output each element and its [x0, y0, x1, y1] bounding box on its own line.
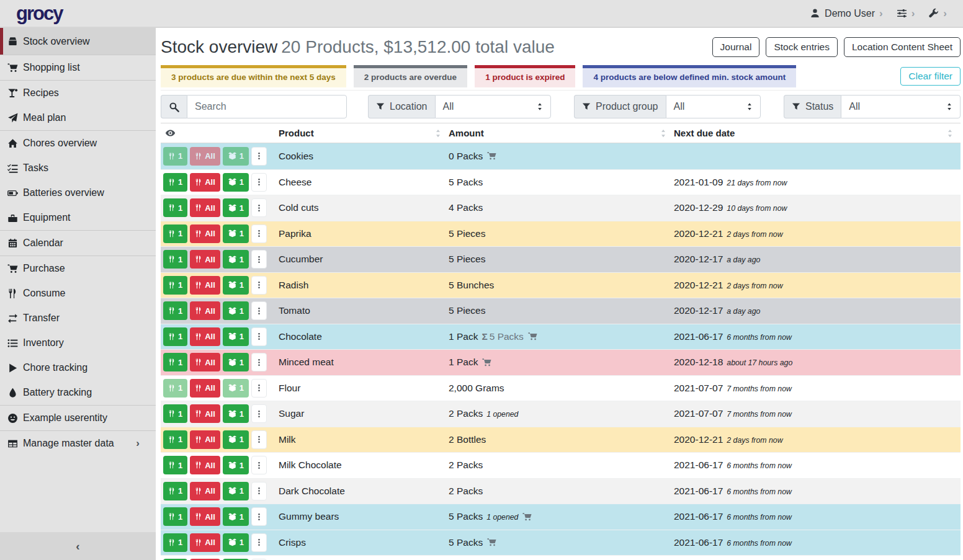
- open-one-button[interactable]: 1: [223, 173, 249, 192]
- row-menu-button[interactable]: [251, 173, 267, 192]
- column-header-due-date[interactable]: Next due date: [674, 123, 961, 143]
- sidebar-item-calendar[interactable]: Calendar: [0, 231, 156, 256]
- open-one-button[interactable]: 1: [223, 250, 249, 269]
- open-one-button[interactable]: 1: [223, 353, 249, 371]
- open-one-button[interactable]: 1: [223, 224, 249, 243]
- product-name[interactable]: Flour: [279, 375, 449, 401]
- consume-all-button[interactable]: All: [190, 301, 220, 320]
- product-name[interactable]: Cold cuts: [279, 195, 449, 221]
- consume-one-button[interactable]: 1: [163, 147, 187, 166]
- consume-all-button[interactable]: All: [190, 147, 220, 166]
- open-one-button[interactable]: 1: [223, 327, 249, 346]
- consume-all-button[interactable]: All: [190, 327, 220, 346]
- product-name[interactable]: Milk: [279, 427, 449, 453]
- row-menu-button[interactable]: [251, 276, 267, 295]
- row-menu-button[interactable]: [251, 198, 267, 217]
- consume-one-button[interactable]: 1: [163, 173, 187, 192]
- sidebar-item-chores-overview[interactable]: Chores overview: [0, 131, 156, 156]
- open-one-button[interactable]: 1: [223, 147, 249, 166]
- row-menu-button[interactable]: [251, 147, 267, 166]
- sidebar-item-shopping-list[interactable]: Shopping list: [0, 55, 156, 80]
- row-menu-button[interactable]: [251, 456, 267, 474]
- admin-menu[interactable]: ›: [928, 8, 947, 19]
- row-menu-button[interactable]: [251, 301, 267, 320]
- consume-one-button[interactable]: 1: [163, 404, 187, 423]
- sidebar-item-consume[interactable]: Consume: [0, 281, 156, 306]
- clear-filter-button[interactable]: Clear filter: [900, 67, 961, 86]
- consume-one-button[interactable]: 1: [163, 456, 187, 474]
- product-name[interactable]: Cookies: [279, 143, 449, 169]
- product-name[interactable]: Crisps: [279, 530, 449, 556]
- consume-one-button[interactable]: 1: [163, 224, 187, 243]
- search-input[interactable]: [187, 95, 347, 118]
- open-one-button[interactable]: 1: [223, 456, 249, 474]
- open-one-button[interactable]: 1: [223, 276, 249, 295]
- row-menu-button[interactable]: [251, 327, 267, 346]
- sidebar-item-recipes[interactable]: Recipes: [0, 81, 156, 105]
- consume-one-button[interactable]: 1: [163, 250, 187, 269]
- consume-one-button[interactable]: 1: [163, 276, 187, 295]
- product-name[interactable]: [279, 555, 449, 560]
- column-header-amount[interactable]: Amount: [449, 123, 674, 143]
- row-menu-button[interactable]: [251, 533, 267, 552]
- row-menu-button[interactable]: [251, 379, 267, 398]
- column-header-product[interactable]: Product: [279, 123, 449, 143]
- row-menu-button[interactable]: [251, 353, 267, 371]
- open-one-button[interactable]: 1: [223, 507, 249, 526]
- consume-all-button[interactable]: All: [190, 250, 220, 269]
- open-one-button[interactable]: 1: [223, 482, 249, 500]
- sidebar-item-example-userentity[interactable]: Example userentity: [0, 406, 156, 430]
- product-name[interactable]: Minced meat: [279, 349, 449, 375]
- column-visibility-header[interactable]: [161, 123, 279, 143]
- consume-all-button[interactable]: All: [190, 198, 220, 217]
- product-name[interactable]: Cucumber: [279, 246, 449, 272]
- consume-one-button[interactable]: 1: [163, 353, 187, 371]
- product-name[interactable]: Gummy bears: [279, 504, 449, 530]
- sidebar-item-equipment[interactable]: Equipment: [0, 205, 156, 230]
- sidebar-item-stock-overview[interactable]: Stock overview: [0, 28, 156, 55]
- consume-all-button[interactable]: All: [190, 276, 220, 295]
- user-menu[interactable]: Demo User ›: [810, 8, 883, 19]
- open-one-button[interactable]: 1: [223, 533, 249, 552]
- sidebar-item-battery-tracking[interactable]: Battery tracking: [0, 380, 156, 405]
- consume-one-button[interactable]: 1: [163, 430, 187, 449]
- consume-all-button[interactable]: All: [190, 533, 220, 552]
- open-one-button[interactable]: 1: [223, 301, 249, 320]
- journal-button[interactable]: Journal: [712, 37, 760, 57]
- sidebar-item-tasks[interactable]: Tasks: [0, 156, 156, 180]
- consume-all-button[interactable]: All: [190, 173, 220, 192]
- row-menu-button[interactable]: [251, 482, 267, 500]
- consume-one-button[interactable]: 1: [163, 379, 187, 398]
- sidebar-item-meal-plan[interactable]: Meal plan: [0, 105, 156, 130]
- status-filter-duesoon[interactable]: 3 products are due within the next 5 day…: [161, 65, 346, 87]
- location-content-sheet-button[interactable]: Location Content Sheet: [844, 37, 961, 57]
- consume-all-button[interactable]: All: [190, 507, 220, 526]
- location-filter-select[interactable]: All: [435, 95, 552, 118]
- sidebar-item-purchase[interactable]: Purchase: [0, 256, 156, 281]
- consume-all-button[interactable]: All: [190, 353, 220, 371]
- consume-one-button[interactable]: 1: [163, 533, 187, 552]
- open-one-button[interactable]: 1: [223, 198, 249, 217]
- consume-all-button[interactable]: All: [190, 379, 220, 398]
- consume-one-button[interactable]: 1: [163, 198, 187, 217]
- product-name[interactable]: Milk Chocolate: [279, 452, 449, 478]
- consume-all-button[interactable]: All: [190, 404, 220, 423]
- product-name[interactable]: Cheese: [279, 169, 449, 195]
- stock-entries-button[interactable]: Stock entries: [766, 37, 838, 57]
- status-filter-select[interactable]: All: [841, 95, 961, 118]
- consume-one-button[interactable]: 1: [163, 482, 187, 500]
- sidebar-collapse-button[interactable]: ‹: [0, 532, 156, 560]
- row-menu-button[interactable]: [251, 250, 267, 269]
- consume-all-button[interactable]: All: [190, 482, 220, 500]
- sidebar-item-inventory[interactable]: Inventory: [0, 331, 156, 355]
- sidebar-item-manage-master-data[interactable]: Manage master data›: [0, 431, 156, 456]
- row-menu-button[interactable]: [251, 224, 267, 243]
- status-filter-expired[interactable]: 1 product is expired: [475, 65, 575, 87]
- settings-menu[interactable]: ›: [897, 8, 915, 19]
- open-one-button[interactable]: 1: [223, 404, 249, 423]
- product-name[interactable]: Chocolate: [279, 324, 449, 350]
- product-group-filter-select[interactable]: All: [666, 95, 761, 118]
- consume-all-button[interactable]: All: [190, 224, 220, 243]
- product-name[interactable]: Paprika: [279, 221, 449, 247]
- product-name[interactable]: Dark Chocolate: [279, 478, 449, 504]
